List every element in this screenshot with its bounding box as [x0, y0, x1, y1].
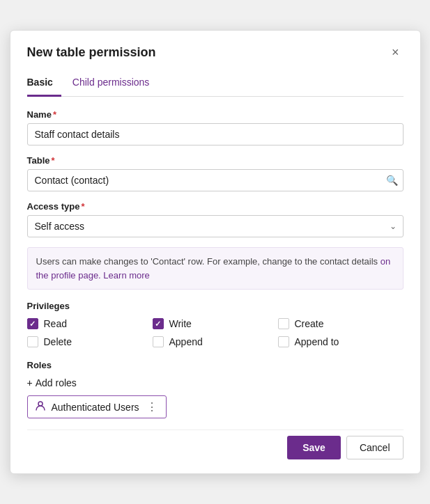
checkbox-write[interactable] [153, 318, 164, 329]
privilege-write[interactable]: Write [153, 318, 278, 329]
privilege-read[interactable]: Read [27, 318, 153, 329]
tab-child-permissions[interactable]: Child permissions [72, 71, 158, 97]
table-required-star: * [52, 155, 55, 166]
info-text: Users can make changes to 'Contact' row.… [36, 256, 381, 267]
new-table-permission-dialog: New table permission × Basic Child permi… [10, 30, 421, 474]
checkbox-create[interactable] [278, 318, 289, 329]
privileges-section: Privileges Read Write Create Delete [27, 301, 404, 347]
access-type-field-group: Access type* Self access Global access P… [27, 201, 404, 237]
dialog-title: New table permission [27, 45, 156, 60]
add-roles-label: Add roles [36, 377, 77, 388]
privilege-append-label: Append [169, 336, 203, 347]
name-input[interactable] [27, 123, 404, 145]
dialog-header: New table permission × [27, 45, 404, 60]
role-name: Authenticated Users [52, 402, 139, 413]
cancel-button[interactable]: Cancel [346, 436, 404, 459]
save-button[interactable]: Save [287, 436, 341, 459]
checkbox-append[interactable] [153, 336, 164, 347]
name-required-star: * [53, 109, 56, 120]
name-field-group: Name* [27, 109, 404, 145]
info-box: Users can make changes to 'Contact' row.… [27, 247, 404, 290]
privilege-write-label: Write [169, 318, 192, 329]
plus-icon: + [27, 377, 33, 388]
privilege-create-label: Create [295, 318, 324, 329]
privilege-append-to[interactable]: Append to [278, 336, 404, 347]
privilege-append[interactable]: Append [153, 336, 278, 347]
name-label: Name* [27, 109, 404, 120]
checkbox-read[interactable] [27, 318, 38, 329]
access-type-select[interactable]: Self access Global access Parent access [27, 215, 404, 237]
role-tag-authenticated-users: Authenticated Users ⋮ [27, 395, 167, 418]
tab-basic[interactable]: Basic [27, 71, 61, 97]
access-type-select-wrapper: Self access Global access Parent access … [27, 215, 404, 237]
privileges-label: Privileges [27, 301, 404, 311]
checkbox-append-to[interactable] [278, 336, 289, 347]
roles-label: Roles [27, 360, 404, 370]
access-type-required-star: * [81, 201, 84, 212]
tabs-container: Basic Child permissions [27, 71, 404, 97]
person-icon [35, 400, 46, 414]
dialog-footer: Save Cancel [27, 430, 404, 459]
table-field-group: Table* 🔍 [27, 155, 404, 191]
close-button[interactable]: × [387, 45, 404, 60]
privilege-append-to-label: Append to [295, 336, 339, 347]
checkbox-delete[interactable] [27, 336, 38, 347]
table-input[interactable] [27, 169, 404, 191]
privilege-delete[interactable]: Delete [27, 336, 153, 347]
role-menu-button[interactable]: ⋮ [145, 402, 159, 413]
privileges-grid: Read Write Create Delete Append [27, 318, 404, 347]
ellipsis-icon: ⋮ [146, 401, 158, 413]
privilege-delete-label: Delete [44, 336, 72, 347]
table-search-wrapper: 🔍 [27, 169, 404, 191]
info-link-learn-more[interactable]: Learn more [103, 270, 149, 281]
access-type-label: Access type* [27, 201, 404, 212]
privilege-read-label: Read [44, 318, 67, 329]
table-label: Table* [27, 155, 404, 166]
add-roles-button[interactable]: + Add roles [27, 377, 77, 388]
roles-section: Roles + Add roles Authenticated Users ⋮ [27, 360, 404, 418]
table-search-icon-button[interactable]: 🔍 [386, 175, 398, 186]
privilege-create[interactable]: Create [278, 318, 404, 329]
search-icon: 🔍 [386, 175, 398, 186]
svg-point-0 [38, 402, 43, 406]
